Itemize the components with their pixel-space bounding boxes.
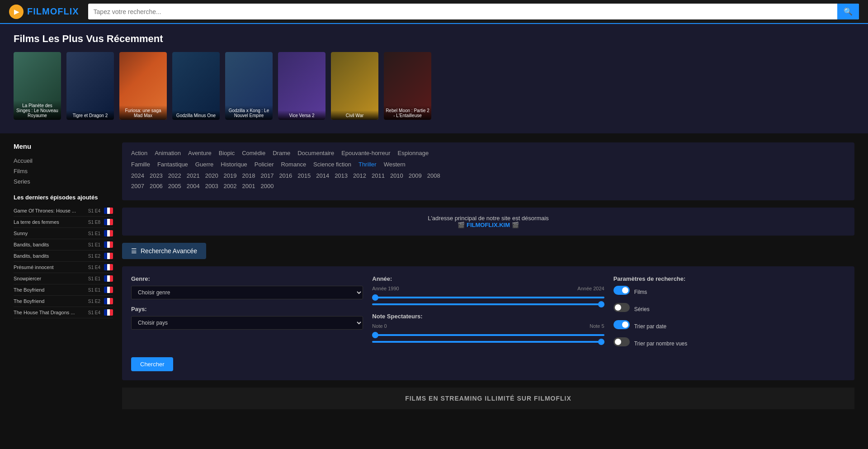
episode-badge: S1 E1 [88,242,100,247]
year-tag[interactable]: 2015 [297,172,311,179]
year-tag[interactable]: 2010 [390,172,403,179]
genre-tag[interactable]: Action [131,150,147,156]
movie-card[interactable]: Vice Versa 2 [278,52,326,120]
search-bar[interactable]: 🔍 [88,4,859,19]
sidebar-nav-item[interactable]: Films [14,166,113,176]
movie-card[interactable]: Rebel Moon : Partie 2 - L'Entailleuse [384,52,431,120]
year-tag[interactable]: 2019 [224,172,237,179]
genre-tag[interactable]: Biopic [219,150,235,156]
toggle-films-item: Films [613,286,845,298]
genre-tag[interactable]: Romance [281,161,306,168]
year-tag[interactable]: 2002 [224,183,237,189]
genre-tag[interactable]: Thriller [359,161,377,168]
episode-item[interactable]: Snowpiercer S1 E1 [14,273,113,284]
movie-card[interactable]: Godzilla Minus One [172,52,220,120]
year-min-slider[interactable] [372,297,604,298]
movie-card[interactable]: Furiosa: une saga Mad Max [119,52,167,120]
sidebar-nav-item[interactable]: Accueil [14,156,113,166]
year-tag[interactable]: 2023 [150,172,163,179]
year-tag[interactable]: 2012 [353,172,366,179]
genre-tag[interactable]: Guerre [195,161,213,168]
advanced-search-button[interactable]: ☰ Recherche Avancée [122,243,206,259]
episode-title: The Boyfriend [14,287,85,293]
genre-tag[interactable]: Famille [131,161,150,168]
movie-card[interactable]: Godzilla x Kong : Le Nouvel Empire [225,52,273,120]
year-tag[interactable]: 2003 [205,183,218,189]
episode-item[interactable]: The House That Dragons ... S1 E4 [14,307,113,318]
episode-item[interactable]: Présumé innocent S1 E4 [14,262,113,273]
genre-tag[interactable]: Policier [255,161,274,168]
genre-tag[interactable]: Drame [273,150,290,156]
genre-select[interactable]: Choisir genre [131,286,363,299]
genre-tags-row1: ActionAnimationAventureBiopicComédieDram… [131,150,845,156]
episode-item[interactable]: Sunny S1 E1 [14,228,113,239]
genre-tag[interactable]: Aventure [188,150,212,156]
note-range-container: Note 0 Note 5 [372,323,604,344]
year-tag[interactable]: 2020 [205,172,218,179]
year-tag[interactable]: 2009 [409,172,422,179]
episode-item[interactable]: Game Of Thrones: House ... S1 E4 [14,205,113,217]
note-min-slider[interactable] [372,334,604,336]
movie-card[interactable]: La Planète des Singes : Le Nouveau Royau… [14,52,61,120]
sidebar-nav-item[interactable]: Series [14,176,113,187]
genre-tag[interactable]: Espionnage [398,150,429,156]
filter-icon: ☰ [131,247,137,255]
search-submit-button[interactable]: Chercher [131,357,173,371]
episode-title: Snowpiercer [14,276,85,281]
year-tag[interactable]: 2014 [316,172,329,179]
note-max-slider[interactable] [372,341,604,343]
year-tag[interactable]: 2016 [279,172,292,179]
logo-icon: ▶ [9,5,24,19]
announcement-link[interactable]: 🎬 FILMOFLIX.KIM 🎬 [129,222,847,228]
movie-card-title: Rebel Moon : Partie 2 - L'Entailleuse [384,105,431,120]
genre-tag[interactable]: Western [384,161,406,168]
genre-tag[interactable]: Animation [155,150,181,156]
year-tag[interactable]: 2024 [131,172,144,179]
toggle-films-switch[interactable] [613,286,630,295]
episode-item[interactable]: The Boyfriend S1 E2 [14,296,113,307]
toggle-series-switch[interactable] [613,303,630,312]
movie-card-img: Rebel Moon : Partie 2 - L'Entailleuse [384,52,431,120]
year-tag[interactable]: 2000 [260,183,274,189]
year-tag[interactable]: 2021 [187,172,200,179]
year-tag[interactable]: 2008 [427,172,440,179]
note-max-label: Note 5 [590,323,604,329]
episode-item[interactable]: La terre des femmes S1 E8 [14,217,113,228]
genre-tag[interactable]: Comédie [242,150,265,156]
movie-card[interactable]: Tigre et Dragon 2 [66,52,114,120]
episode-title: La terre des femmes [14,219,85,225]
year-tag[interactable]: 2011 [372,172,385,179]
announcement-link-anchor[interactable]: 🎬 FILMOFLIX.KIM 🎬 [458,222,519,228]
genre-tag[interactable]: Science fiction [313,161,351,168]
year-tag[interactable]: 2017 [260,172,274,179]
toggle-date-switch[interactable] [613,320,630,329]
year-tag[interactable]: 2001 [242,183,255,189]
movie-card-img: La Planète des Singes : Le Nouveau Royau… [14,52,61,120]
year-tag[interactable]: 2018 [242,172,255,179]
episode-title: Bandits, bandits [14,242,85,247]
toggle-views-switch[interactable] [613,337,630,346]
year-tag[interactable]: 2005 [168,183,181,189]
genre-tag[interactable]: Epouvante-horreur [341,150,390,156]
genre-tag[interactable]: Historique [221,161,247,168]
year-range-container: Année 1990 Année 2024 [372,286,604,307]
genre-tag[interactable]: Documentaire [297,150,334,156]
year-tag[interactable]: 2022 [168,172,181,179]
year-max-slider[interactable] [372,303,604,305]
search-input[interactable] [88,5,837,19]
year-tag[interactable]: 2007 [131,183,144,189]
pays-select[interactable]: Choisir pays [131,316,363,330]
year-tag[interactable]: 2013 [335,172,348,179]
params-label: Paramètres de recherche: [613,275,845,282]
search-button[interactable]: 🔍 [837,4,859,19]
episode-item[interactable]: Bandits, bandits S1 E1 [14,239,113,250]
year-tag[interactable]: 2006 [150,183,163,189]
episode-item[interactable]: Bandits, bandits S1 E2 [14,250,113,262]
episode-item[interactable]: The Boyfriend S1 E1 [14,284,113,296]
year-tag[interactable]: 2004 [187,183,200,189]
movie-card[interactable]: Civil War [331,52,378,120]
genre-tag[interactable]: Fantastique [157,161,188,168]
logo: ▶ FILMOFLIX [9,5,79,19]
episode-title: The Boyfriend [14,298,85,304]
announcement-text: L'adresse principal de notre site est dé… [129,215,847,222]
